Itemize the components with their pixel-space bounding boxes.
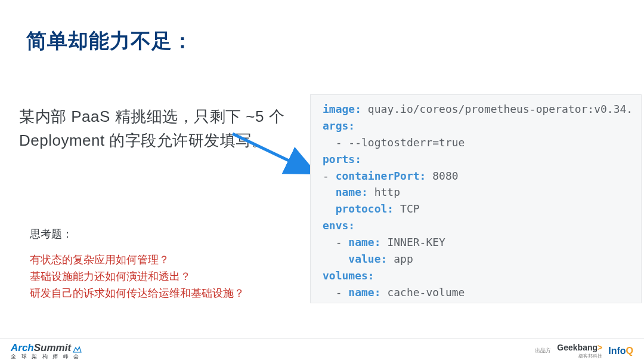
infoq-q: Q	[626, 346, 633, 356]
yaml-key: ports:	[323, 153, 361, 165]
footer-right: 出品方 Geekbang> 极客邦科技 InfoQ	[535, 342, 633, 359]
geekbang-text: Geekbang	[557, 343, 597, 352]
yaml-value: app	[387, 253, 413, 265]
yaml-dash: -	[323, 170, 336, 182]
yaml-key: name:	[348, 286, 380, 299]
code-block: image: quay.io/coreos/prometheus-operato…	[310, 94, 642, 303]
slide: 简单却能力不足： 某内部 PaaS 精挑细选，只剩下 ~5 个 Deployme…	[0, 0, 644, 363]
yaml-value: 8080	[426, 170, 458, 182]
yaml-key: emptyDir:	[323, 303, 407, 303]
slide-title: 简单却能力不足：	[26, 27, 193, 55]
geekbang-sub: 极客邦科技	[557, 353, 602, 359]
question-list: 有状态的复杂应用如何管理？ 基础设施能力还如何演进和透出？ 研发自己的诉求如何传…	[30, 252, 244, 302]
yaml-value: http	[368, 186, 400, 198]
footer: ArchSummit 全 球 架 构 师 峰 会 出品方 Geekbang> 极…	[0, 338, 644, 363]
yaml-line: - --logtostderr=true	[323, 136, 465, 149]
logo-subtitle: 全 球 架 构 师 峰 会	[11, 354, 80, 359]
logo-arch-text: Arch	[11, 343, 34, 353]
question-label: 思考题：	[30, 227, 73, 241]
yaml-key: envs:	[323, 219, 355, 232]
yaml-key: volumes:	[323, 269, 374, 282]
yaml-value: TCP	[394, 202, 419, 215]
yaml-key: image:	[323, 103, 361, 115]
logo-summit-text: Summit	[34, 343, 71, 353]
yaml-dash: -	[323, 286, 348, 299]
geekbang-logo: Geekbang> 极客邦科技	[557, 342, 602, 359]
yaml-value: quay.io/coreos/prometheus-operator:v0.34…	[361, 103, 633, 115]
yaml-key: name:	[348, 236, 380, 248]
description-text: 某内部 PaaS 精挑细选，只剩下 ~5 个 Deployment 的字段允许研…	[19, 104, 299, 153]
producer-label: 出品方	[535, 347, 551, 355]
yaml-key: containerPort:	[336, 170, 426, 182]
infoq-info: Info	[608, 346, 626, 356]
archsummit-logo: ArchSummit 全 球 架 构 师 峰 会	[11, 343, 82, 359]
mountain-icon	[72, 346, 82, 353]
yaml-key: name:	[323, 186, 368, 198]
yaml-value: cache-volume	[381, 286, 465, 299]
yaml-value: {}	[407, 303, 426, 303]
yaml-key: args:	[323, 119, 355, 132]
infoq-logo: InfoQ	[608, 346, 633, 356]
yaml-key: protocol:	[323, 202, 394, 215]
yaml-dash: -	[323, 236, 348, 248]
yaml-key: value:	[323, 253, 387, 265]
geekbang-suffix: >	[597, 343, 602, 352]
yaml-value: INNER-KEY	[381, 236, 445, 248]
